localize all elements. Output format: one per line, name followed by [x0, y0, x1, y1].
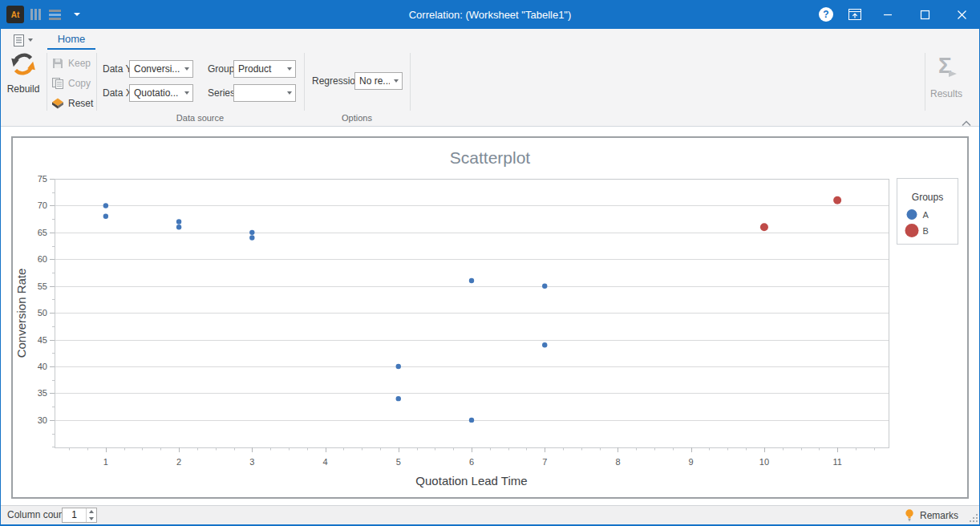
titlebar: At Correlation: (Worksheet "Tabelle1") ?	[0, 0, 980, 29]
maximize-button[interactable]	[906, 0, 943, 29]
data-point-A	[249, 235, 254, 240]
ribbon-separator	[47, 53, 47, 111]
statusbar: Column count 1 Remarks	[1, 505, 979, 524]
spinner-down-button[interactable]	[87, 516, 96, 523]
legend-marker-B	[905, 224, 919, 237]
chart-title: Scatterplot	[450, 148, 531, 167]
keep-button[interactable]: Keep	[51, 55, 91, 71]
x-tick-label: 11	[832, 457, 841, 467]
group-dropdown[interactable]: Product	[233, 60, 296, 78]
y-tick-label: 40	[38, 362, 47, 371]
x-tick-label: 6	[469, 457, 474, 467]
eraser-icon	[51, 97, 64, 110]
data-y-label: Data Y	[103, 60, 132, 78]
series-label: Series	[208, 84, 235, 102]
report-menu-caret-icon	[28, 38, 33, 42]
dropdown-caret-icon	[180, 67, 192, 71]
x-tick-label: 2	[176, 457, 181, 467]
reset-label: Reset	[68, 98, 93, 109]
window-up-arrow-icon	[848, 8, 862, 21]
data-y-dropdown[interactable]: Conversi...	[129, 60, 193, 78]
regression-label: Regression	[312, 72, 361, 90]
lightbulb-icon	[904, 508, 915, 522]
sigma-icon: Σ	[933, 51, 960, 82]
series-dropdown[interactable]	[233, 84, 296, 102]
y-tick-label: 55	[38, 281, 47, 291]
remarks-label: Remarks	[920, 510, 958, 521]
close-button[interactable]	[943, 0, 980, 29]
application-window: { "window": { "title": "Correlation: (Wo…	[0, 0, 980, 526]
x-tick-label: 7	[542, 457, 547, 467]
rebuild-button[interactable]: Rebuild	[2, 51, 44, 95]
rows-view-icon[interactable]	[49, 10, 61, 20]
reset-button[interactable]: Reset	[51, 95, 93, 111]
close-icon	[957, 10, 967, 20]
minimize-button[interactable]	[869, 0, 906, 29]
y-tick-label: 75	[38, 174, 47, 184]
dropdown-caret-icon	[180, 91, 192, 95]
column-count-spinner[interactable]: 1	[62, 508, 97, 523]
data-point-B	[833, 196, 841, 204]
data-point-A	[469, 418, 474, 423]
ribbon: Home Rebuild Keep Copy	[1, 29, 979, 127]
spinner-buttons	[86, 508, 96, 522]
data-point-A	[249, 230, 254, 235]
regression-value: No re...	[355, 75, 390, 87]
y-axis-title: Conversion Rate	[14, 269, 28, 358]
data-point-A	[103, 214, 108, 219]
x-tick-label: 9	[689, 457, 694, 467]
data-point-A	[103, 203, 108, 208]
data-point-A	[542, 284, 547, 289]
legend-marker-A	[907, 209, 917, 220]
vertical-bars-icon	[30, 9, 41, 20]
minimize-icon	[883, 10, 893, 19]
report-menu-button[interactable]	[12, 32, 36, 48]
resize-grip[interactable]	[968, 512, 978, 522]
spinner-up-icon	[89, 510, 94, 513]
ribbon-separator	[925, 53, 925, 111]
dropdown-caret-icon	[283, 91, 295, 95]
regression-dropdown[interactable]: No re...	[354, 72, 403, 90]
column-count-value[interactable]: 1	[63, 508, 86, 522]
data-point-A	[396, 396, 401, 401]
data-x-value: Quotatio...	[130, 87, 180, 99]
data-y-value: Conversi...	[130, 63, 180, 75]
chart-frame: 303540455055606570751234567891011Scatter…	[11, 136, 969, 499]
app-logo-icon: At	[6, 6, 24, 23]
data-point-A	[176, 219, 181, 224]
data-point-A	[396, 364, 401, 369]
y-tick-label: 45	[38, 335, 47, 345]
chevron-up-icon	[962, 120, 971, 127]
data-point-A	[542, 342, 547, 347]
pin-window-button[interactable]	[840, 0, 869, 29]
copy-button[interactable]: Copy	[51, 75, 91, 91]
ribbon-separator	[410, 53, 411, 111]
tab-home[interactable]: Home	[47, 30, 95, 50]
data-x-label: Data X	[103, 84, 132, 102]
spinner-up-button[interactable]	[87, 508, 96, 516]
data-point-B	[760, 223, 768, 231]
ribbon-separator	[96, 53, 97, 111]
data-x-dropdown[interactable]: Quotatio...	[129, 84, 193, 102]
maximize-icon	[920, 10, 930, 20]
columns-view-icon[interactable]	[30, 9, 41, 20]
data-point-A	[176, 225, 181, 229]
horizontal-bars-icon	[49, 10, 61, 20]
x-tick-label: 3	[249, 457, 254, 467]
y-tick-label: 30	[38, 415, 47, 425]
results-button[interactable]: Σ Results	[926, 51, 966, 99]
dropdown-caret-icon	[390, 79, 402, 83]
keep-label: Keep	[68, 58, 91, 69]
qat-dropdown-icon[interactable]	[74, 13, 80, 16]
y-tick-label: 70	[38, 200, 47, 210]
x-tick-label: 4	[322, 457, 327, 467]
x-axis-title: Quotation Lead Time	[415, 474, 527, 488]
help-button[interactable]: ?	[812, 0, 840, 29]
ribbon-separator	[304, 53, 305, 111]
quick-access-toolbar	[30, 6, 80, 22]
remarks-button[interactable]: Remarks	[904, 506, 958, 524]
legend-label-B: B	[923, 226, 929, 236]
scatterplot-chart: 303540455055606570751234567891011Scatter…	[13, 138, 967, 497]
titlebar-buttons: ?	[812, 0, 980, 29]
rebuild-label: Rebuild	[2, 83, 44, 95]
